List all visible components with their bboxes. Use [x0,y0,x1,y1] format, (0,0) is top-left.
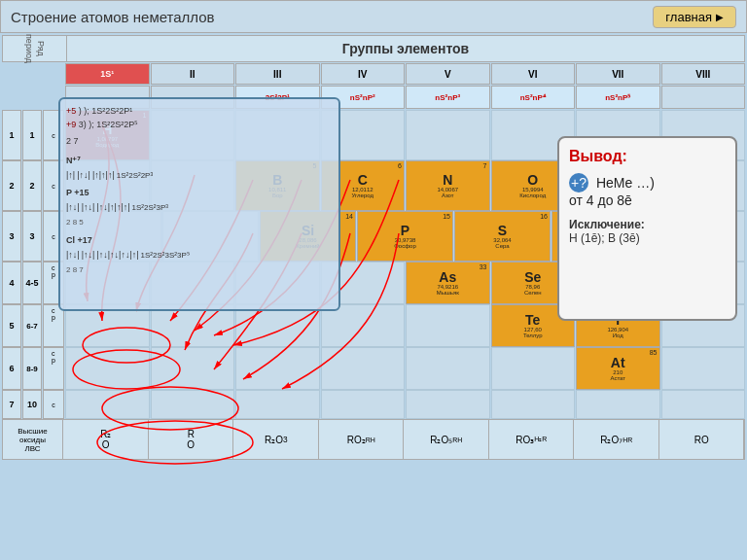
orbital-line-1: +5 ) ); 1S²2S²2P¹ [66,105,333,119]
oxide-VII: R₂O₇HR [575,420,659,459]
formula-VII: nS²nP⁵ [576,86,660,109]
conclusion-exception: Исключение: H (1ē); В (3ē) [569,218,726,245]
row-3-label: 3 [22,211,42,262]
orbital-box: +5 ) ); 1S²2S²2P¹ +9 3) ); 1S²2S²2P⁵ 2 7… [58,97,340,311]
orbital-Cl-electrons: 2 8 7 [66,264,333,276]
col-II: II [151,63,235,85]
orbital-N-diagram: |↑| |↑↓| |↑|↑|↑| 1S²2S²2P³ [66,169,333,183]
cell-7-2 [151,390,235,419]
row-2-label: 2 [22,160,42,211]
plus-icon: +? [569,173,588,192]
row-1-label: 1 [22,110,42,160]
sub-5-label: ср [43,304,64,347]
orbital-line-3: 2 7 [66,135,333,149]
conclusion-title: Вывод: [569,148,726,165]
groups-header: Группы элементов [67,41,744,56]
cell-6-2 [151,347,235,390]
conclusion-text: +? НеМе …)от 4 до 8ē [569,173,726,208]
orbital-P-label: P +15 [66,187,333,200]
period-ряд-label: период Ряд [3,36,67,61]
element-S: 16 S 32,064 Сера [454,211,551,262]
orbital-content: +5 ) ); 1S²2S²2P¹ +9 3) ); 1S²2S²2P⁵ 2 7… [66,105,333,276]
period-5-label: 5 [2,304,21,347]
period-2-label: 2 [2,160,21,211]
col-VIII: VIII [661,63,746,85]
orbital-P-diagram: |↑↓| |↑↓| |↑↓|↑|↑|↑| 1S²2S²3P³ [66,201,333,215]
cell-5-5 [406,304,490,347]
oxide-I: R₂O [64,420,149,459]
conclusion-box: Вывод: +? НеМе …)от 4 до 8ē Исключение: … [557,136,737,321]
col-I-formula: 1S¹ [65,63,150,85]
cell-7-1 [65,390,150,419]
page-title: Строение атомов неметаллов [11,9,215,25]
col-VI: VI [491,63,576,85]
period-3-label: 3 [2,211,21,262]
orbital-P-config: |↑↓| |↑↓| |↑↓|↑|↑|↑| 1S²2S²3P³ [66,201,333,215]
cell-7-7 [576,390,660,419]
element-As: 33 As 74,9216 Мышьяк [406,262,490,304]
sub-7-label: с [43,390,64,419]
cell-7-5 [406,390,490,419]
col-labels-row: 1S¹ II III IV V VI VII VIII [2,63,745,85]
cell-7-3 [235,390,320,419]
element-At: 85 At 210 Астат [576,347,660,390]
cell-7-6 [491,390,576,419]
formula-VIII [661,86,746,109]
groups-row: период Ряд Группы элементов [2,35,745,62]
col-VII: VII [576,63,660,85]
cell-6-8 [661,347,746,390]
orbital-line-2: +9 3) ); 1S²2S²2P⁵ [66,119,333,132]
period-4-label: 4 [2,262,21,304]
period-row-7: 7 10 с [2,390,745,419]
formula-V: nS²nP³ [406,86,490,109]
cell-6-3 [235,347,320,390]
period-7-label: 7 [2,390,21,419]
row-89-label: 8-9 [22,347,42,390]
cell-6-5 [406,347,490,390]
col-IV: IV [321,63,406,85]
orbital-N-label: N⁺⁷ [66,155,333,168]
orbital-Cl-diagram: |↑↓| |↑↓| |↑↓|↑↓|↑↓|↑| 1S²2S²3S²3P⁵ [66,249,333,262]
cell-6-6 [491,347,576,390]
element-N: 7 N 14,0067 Азот [406,160,490,211]
header: Строение атомов неметаллов главная [0,0,747,33]
orbital-Cl-label: Cl +17 [66,234,333,248]
oxide-row: ВысшиеоксидыЛВС R₂O RO R₂O3 RO₂RH R₂O₅RH… [2,419,745,460]
cell-7-4 [321,390,406,419]
orbital-N-config: |↑| |↑↓| |↑|↑|↑| 1S²2S²2P³ [66,169,333,183]
oxide-III: R₂O3 [234,420,319,459]
element-P: 15 P 30,9738 Фосфор [357,211,453,262]
oxide-V: R₂O₅RH [405,420,489,459]
col-III: III [235,63,320,85]
orbital-Cl-config: |↑↓| |↑↓| |↑↓|↑↓|↑↓|↑| 1S²2S²3S²3P⁵ [66,249,333,262]
period-6-label: 6 [2,347,21,390]
spacer [2,63,64,85]
cell-7-8 [661,390,746,419]
spacer2 [2,86,64,109]
oxide-label: ВысшиеоксидыЛВС [3,420,63,459]
cell-1-5 [406,110,490,160]
formula-VI: nS²nP⁴ [491,86,576,109]
period-row-6: 6 8-9 ср 85 At 210 Астат [2,347,745,390]
oxide-VI: RO₃H₂R [490,420,575,459]
main-button[interactable]: главная [653,6,736,28]
row-67-label: 6-7 [22,304,42,347]
row-10-label: 10 [22,390,42,419]
sub-6-label: ср [43,347,64,390]
row-45-label: 4-5 [22,262,42,304]
period-1-label: 1 [2,110,21,160]
col-V: V [406,63,490,85]
cell-6-4 [321,347,406,390]
cell-6-1 [65,347,150,390]
oxide-IV: RO₂RH [320,420,405,459]
orbital-P-electrons: 2 8 5 [66,217,333,228]
oxide-VIII: RO [660,420,745,459]
oxide-II: RO [150,420,234,459]
